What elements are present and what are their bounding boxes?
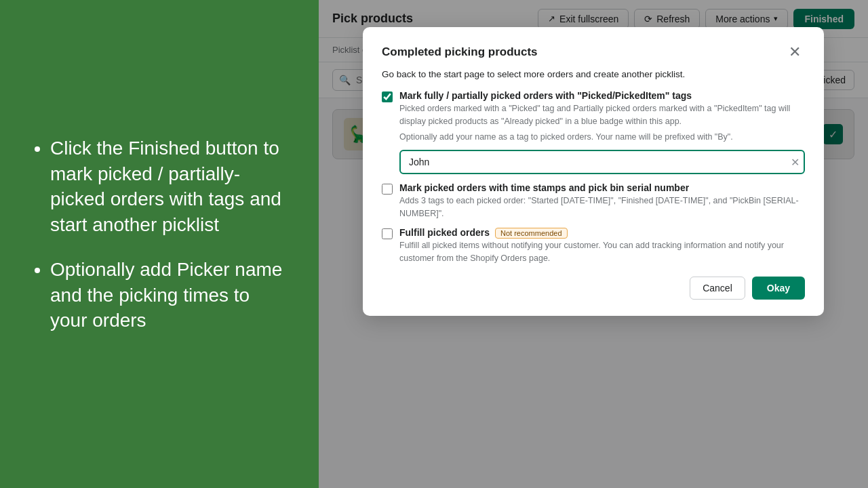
fulfill-label[interactable]: Fulfill picked orders (399, 227, 490, 238)
checkbox-row-3: Fulfill picked orders Not recommended Fu… (382, 227, 805, 265)
checkbox-row-1: Mark fully / partially picked orders wit… (382, 90, 805, 143)
okay-button[interactable]: Okay (752, 277, 805, 300)
modal-title: Completed picking products (382, 45, 538, 59)
checkbox-row-2: Mark picked orders with time stamps and … (382, 182, 805, 220)
bullet-list: Click the Finished button to mark picked… (34, 136, 292, 334)
bullet-1: Click the Finished button to mark picked… (50, 136, 292, 238)
mark-picked-desc: Picked orders marked with a "Picked" tag… (399, 102, 805, 128)
fulfill-desc: Fulfill all picked items without notifyi… (399, 239, 805, 265)
modal-overlay: Completed picking products ✕ Go back to … (319, 0, 868, 488)
fulfill-label-row: Fulfill picked orders Not recommended (399, 227, 805, 239)
timestamp-desc: Adds 3 tags to each picked order: "Start… (399, 195, 805, 220)
name-input-wrap: ✕ (399, 150, 805, 174)
fulfill-checkbox[interactable] (382, 228, 393, 239)
modal-actions: Cancel Okay (382, 277, 805, 300)
modal-close-button[interactable]: ✕ (785, 43, 805, 61)
mark-picked-desc2: Optionally add your name as a tag to pic… (399, 131, 805, 144)
picker-name-input[interactable] (399, 150, 805, 174)
modal-subtitle: Go back to the start page to select more… (382, 69, 805, 79)
checkbox-1-content: Mark fully / partially picked orders wit… (399, 90, 805, 143)
left-panel: Click the Finished button to mark picked… (0, 0, 319, 488)
not-recommended-badge: Not recommended (495, 228, 568, 239)
name-clear-button[interactable]: ✕ (791, 156, 800, 169)
timestamp-label[interactable]: Mark picked orders with time stamps and … (399, 182, 805, 193)
mark-picked-checkbox[interactable] (382, 92, 393, 102)
checkbox-2-content: Mark picked orders with time stamps and … (399, 182, 805, 220)
timestamp-checkbox[interactable] (382, 184, 393, 195)
cancel-button[interactable]: Cancel (690, 277, 745, 300)
checkbox-3-content: Fulfill picked orders Not recommended Fu… (399, 227, 805, 265)
mark-picked-label[interactable]: Mark fully / partially picked orders wit… (399, 90, 805, 101)
left-content: Click the Finished button to mark picked… (34, 136, 292, 353)
name-input-row: ✕ (399, 150, 805, 174)
modal-header: Completed picking products ✕ (382, 43, 805, 61)
completed-picking-modal: Completed picking products ✕ Go back to … (363, 27, 824, 316)
right-panel: Pick products ↗ Exit fullscreen ⟳ Refres… (319, 0, 868, 488)
bullet-2: Optionally add Picker name and the picki… (50, 257, 292, 333)
